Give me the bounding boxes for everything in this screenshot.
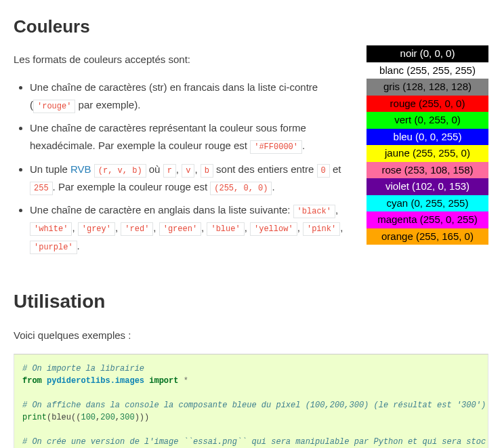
color-swatch: cyan (0, 255, 255) xyxy=(367,195,488,212)
color-swatch: bleu (0, 0, 255) xyxy=(367,129,488,146)
color-swatch: gris (128, 128, 128) xyxy=(367,79,488,96)
code-literal: 0 xyxy=(317,164,330,178)
color-swatch: magenta (255, 0, 255) xyxy=(367,211,488,228)
code-literal: b xyxy=(201,164,213,178)
list-item: Une chaîne de caractères (str) en franca… xyxy=(30,79,354,115)
list-item: Une chaîne de caractères représentant la… xyxy=(30,119,354,155)
colors-text-column: Les formats de couleurs acceptés sont: U… xyxy=(14,52,354,267)
text: . Par exemple la couleur rouge est xyxy=(53,181,211,192)
colors-intro: Les formats de couleurs acceptés sont: xyxy=(14,52,354,68)
color-swatch: noir (0, 0, 0) xyxy=(367,45,488,62)
text: . xyxy=(77,240,80,251)
code-literal: 'rouge' xyxy=(33,100,75,113)
heading-colors: Couleurs xyxy=(14,14,488,40)
color-swatch: jaune (255, 255, 0) xyxy=(367,145,488,162)
text: Un tuple xyxy=(30,163,70,175)
color-swatch: rose (253, 108, 158) xyxy=(367,162,488,179)
list-item: Une chaîne de caractère en anglais dans … xyxy=(30,201,354,255)
text: et xyxy=(330,163,341,175)
text: , xyxy=(176,163,182,175)
code-literal: 'grey' xyxy=(78,222,115,236)
code-op: * xyxy=(184,376,188,386)
colors-section: Les formats de couleurs acceptés sont: U… xyxy=(14,52,488,267)
text: sont des entiers entre xyxy=(213,163,317,175)
code-literal: (255, 0, 0) xyxy=(210,182,272,195)
code-comment: # On affiche dans la console la composan… xyxy=(22,401,486,410)
code-comment: # On crée une version de l'image ``essai… xyxy=(22,437,486,447)
code-block: # On importe la librairie from pydiderot… xyxy=(14,354,488,448)
code-literal: 'blue' xyxy=(207,222,244,236)
text: , xyxy=(194,163,200,175)
color-swatch: orange (255, 165, 0) xyxy=(367,228,488,245)
code-literal: (r, v, b) xyxy=(94,164,146,178)
color-swatch: rouge (255, 0, 0) xyxy=(367,96,488,113)
list-item: Un tuple RVB (r, v, b) où r, v, b sont d… xyxy=(30,161,354,197)
code-fn: print xyxy=(22,413,47,422)
code-literal: v xyxy=(182,164,194,178)
code-comment: # On importe la librairie xyxy=(22,364,144,373)
code-text: ))) xyxy=(135,413,150,422)
code-keyword: import xyxy=(149,376,178,386)
text: Une chaîne de caractère en anglais dans … xyxy=(30,204,293,216)
code-literal: 'white' xyxy=(30,222,72,236)
text: par exemple). xyxy=(75,99,140,110)
color-swatch: blanc (255, 255, 255) xyxy=(367,62,488,79)
code-literal: 'black' xyxy=(293,205,335,218)
usage-intro: Voici quelques exemples : xyxy=(14,328,488,344)
rvb-link[interactable]: RVB xyxy=(70,163,91,175)
color-table: noir (0, 0, 0)blanc (255, 255, 255)gris … xyxy=(367,45,488,245)
code-literal: 'purple' xyxy=(30,241,77,254)
code-num: 100 xyxy=(81,413,96,422)
code-num: 300 xyxy=(120,413,135,422)
heading-usage: Utilisation xyxy=(14,287,488,316)
code-literal: 'yellow' xyxy=(250,222,297,236)
colors-list: Une chaîne de caractères (str) en franca… xyxy=(14,79,354,255)
code-literal: 'green' xyxy=(159,222,201,236)
code-module: pydiderotlibs.images xyxy=(47,376,144,386)
text: . xyxy=(272,181,274,192)
code-literal: 255 xyxy=(30,182,53,195)
code-literal: 'red' xyxy=(121,222,153,236)
code-literal: r xyxy=(163,164,176,178)
code-literal: '#FF0000' xyxy=(250,140,302,154)
code-num: 200 xyxy=(100,413,115,422)
color-swatch: vert (0, 255, 0) xyxy=(367,112,488,129)
text: où xyxy=(146,163,163,175)
code-keyword: from xyxy=(22,376,42,386)
code-text: (bleu(( xyxy=(47,413,81,422)
color-swatch: violet (102, 0, 153) xyxy=(367,178,488,195)
text: . xyxy=(302,140,305,151)
code-literal: 'pink' xyxy=(303,222,340,236)
